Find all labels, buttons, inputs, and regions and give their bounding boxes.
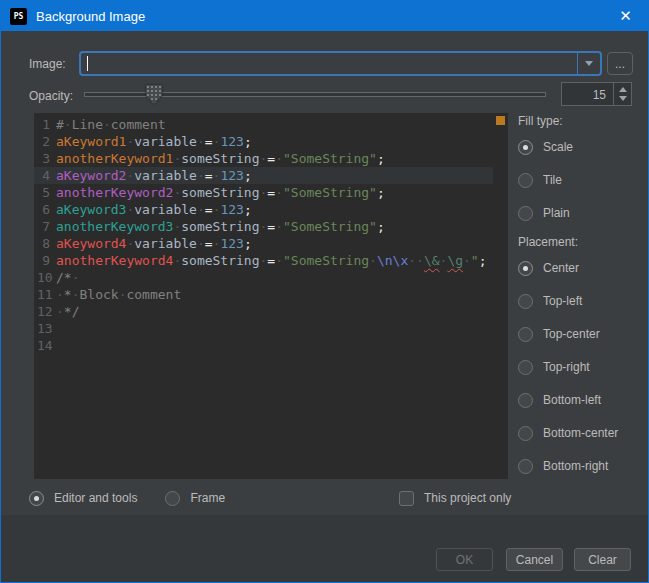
code-line: 10/*· [34, 269, 508, 286]
browse-button[interactable]: ... [607, 52, 633, 75]
fill-type-label: Fill type: [518, 114, 563, 128]
opacity-value[interactable]: 15 [562, 83, 613, 105]
radio-label: Top-right [543, 360, 590, 374]
spinner-down-icon[interactable] [619, 96, 627, 101]
radio-icon [518, 140, 533, 155]
line-number: 12 [37, 303, 50, 320]
target-frame[interactable]: Frame [165, 490, 225, 506]
radio-icon [29, 491, 44, 506]
code-text: aKeyword2·variable·=·123; [56, 167, 252, 184]
code-text: aKeyword4·variable·=·123; [56, 235, 252, 252]
code-text: #·Line·comment [56, 116, 166, 133]
slider-thumb-shape [146, 85, 162, 104]
radio-label: Editor and tools [54, 491, 137, 505]
this-project-only-checkbox[interactable]: This project only [399, 490, 511, 506]
code-line: 13 [34, 320, 508, 337]
placement-bottom-left[interactable]: Bottom-left [518, 392, 618, 408]
code-text: ·*·Block·comment [56, 286, 181, 303]
line-number: 2 [37, 133, 50, 150]
checkbox-label: This project only [424, 491, 511, 505]
fill-type-options: ScaleTilePlain [518, 139, 573, 238]
placement-top-right[interactable]: Top-right [518, 359, 618, 375]
line-number: 4 [37, 167, 50, 184]
code-line: 8aKeyword4·variable·=·123; [34, 235, 508, 252]
radio-icon [518, 360, 533, 375]
background-image-dialog: PS Background Image ✕ Image: ... Opacity… [0, 0, 649, 583]
close-button[interactable]: ✕ [603, 1, 648, 31]
placement-top-center[interactable]: Top-center [518, 326, 618, 342]
text-caret [87, 56, 88, 71]
radio-label: Plain [543, 206, 570, 220]
radio-label: Top-center [543, 327, 600, 341]
line-number: 3 [37, 150, 50, 167]
error-stripe-mark[interactable] [496, 116, 505, 125]
line-number: 7 [37, 218, 50, 235]
title-bar[interactable]: PS Background Image ✕ [1, 1, 648, 31]
placement-bottom-right[interactable]: Bottom-right [518, 458, 618, 474]
radio-icon [518, 173, 533, 188]
line-number: 8 [37, 235, 50, 252]
editor-preview[interactable]: 1#·Line·comment2aKeyword1·variable·=·123… [34, 113, 508, 479]
line-number: 5 [37, 184, 50, 201]
code-text: aKeyword1·variable·=·123; [56, 133, 252, 150]
placement-top-left[interactable]: Top-left [518, 293, 618, 309]
clear-button[interactable]: Clear [574, 548, 631, 571]
placement-center[interactable]: Center [518, 260, 618, 276]
chevron-down-icon [585, 61, 593, 66]
cancel-button[interactable]: Cancel [506, 548, 563, 571]
ok-button[interactable]: OK [436, 548, 493, 571]
line-number: 10 [37, 269, 50, 286]
fill-type-plain[interactable]: Plain [518, 205, 573, 221]
close-icon: ✕ [619, 7, 632, 25]
radio-label: Tile [543, 173, 562, 187]
spinner-buttons [613, 83, 631, 105]
image-combobox[interactable] [79, 51, 602, 76]
placement-options: CenterTop-leftTop-centerTop-rightBottom-… [518, 260, 618, 491]
code-line: 6aKeyword3·variable·=·123; [34, 201, 508, 218]
image-input[interactable] [81, 53, 577, 74]
footer: OK Cancel Clear [1, 515, 648, 582]
radio-icon [518, 393, 533, 408]
code-line: 9anotherKeyword4·someString·=·"SomeStrin… [34, 252, 508, 269]
code-line: 5anotherKeyword2·someString·=·"SomeStrin… [34, 184, 508, 201]
combobox-dropdown-button[interactable] [578, 53, 600, 74]
code-line: 3anotherKeyword1·someString·=·"SomeStrin… [34, 150, 508, 167]
line-number: 1 [37, 116, 50, 133]
fill-type-scale[interactable]: Scale [518, 139, 573, 155]
radio-icon [518, 327, 533, 342]
line-number: 6 [37, 201, 50, 218]
spinner-up-icon[interactable] [619, 87, 627, 92]
placement-bottom-center[interactable]: Bottom-center [518, 425, 618, 441]
code-line: 1#·Line·comment [34, 116, 508, 133]
line-number: 14 [37, 337, 50, 354]
opacity-label: Opacity: [29, 89, 73, 103]
project-checkbox-row: This project only [399, 490, 511, 506]
radio-label: Bottom-center [543, 426, 618, 440]
code-line: 7anotherKeyword3·someString·=·"SomeStrin… [34, 218, 508, 235]
code-text: anotherKeyword2·someString·=·"SomeString… [56, 184, 385, 201]
code-lines: 1#·Line·comment2aKeyword1·variable·=·123… [34, 116, 508, 354]
radio-label: Top-left [543, 294, 582, 308]
fill-type-tile[interactable]: Tile [518, 172, 573, 188]
radio-label: Center [543, 261, 579, 275]
radio-icon [518, 261, 533, 276]
target-options: Editor and toolsFrame [29, 490, 225, 506]
radio-label: Bottom-left [543, 393, 601, 407]
line-number: 11 [37, 286, 50, 303]
code-line: 11·*·Block·comment [34, 286, 508, 303]
code-text: anotherKeyword3·someString·=·"SomeString… [56, 218, 385, 235]
code-line: 14 [34, 337, 508, 354]
image-label: Image: [29, 57, 66, 71]
target-editor-and-tools[interactable]: Editor and tools [29, 490, 137, 506]
opacity-slider-thumb[interactable] [146, 85, 162, 104]
radio-icon [165, 491, 180, 506]
code-text: anotherKeyword1·someString·=·"SomeString… [56, 150, 385, 167]
radio-icon [518, 206, 533, 221]
code-text: anotherKeyword4·someString·=·"SomeString… [56, 252, 487, 269]
opacity-spinner[interactable]: 15 [561, 82, 632, 106]
code-text: /*· [56, 269, 79, 286]
dialog-title: Background Image [36, 9, 145, 24]
radio-icon [518, 426, 533, 441]
radio-icon [518, 294, 533, 309]
code-text: aKeyword3·variable·=·123; [56, 201, 252, 218]
